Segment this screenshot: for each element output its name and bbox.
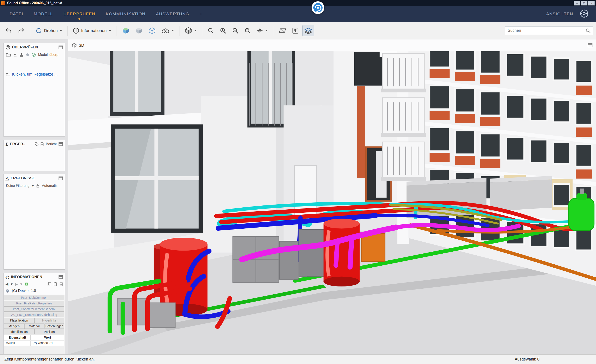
menu-ansichten[interactable]: ANSICHTEN <box>546 12 573 16</box>
gray-cube-icon <box>135 27 143 34</box>
paste-icon[interactable] <box>53 282 57 286</box>
close-button[interactable]: × <box>588 1 595 6</box>
menubar: DATEI MODELL ÜBERPRÜFEN KOMMUNIKATION AU… <box>0 6 596 22</box>
nav-back-icon[interactable]: ◀ <box>6 282 8 286</box>
find-components-button[interactable] <box>159 25 176 36</box>
report-document-icon[interactable] <box>41 142 44 146</box>
ghost-cube-button[interactable] <box>146 25 158 36</box>
panel-ergeb: Σ ERGEB.. Bericht <box>3 140 65 171</box>
import-icon[interactable] <box>13 53 17 57</box>
toolbar-separator <box>202 26 202 36</box>
property-cell[interactable]: Modell <box>4 341 31 346</box>
views-compass-icon[interactable] <box>580 9 589 19</box>
import-all-icon[interactable] <box>20 53 23 57</box>
zoom-in-button[interactable] <box>218 25 228 36</box>
value-column-header[interactable]: Wert <box>31 335 64 340</box>
layers-button[interactable] <box>302 25 314 36</box>
tab-position[interactable]: Position <box>34 329 64 335</box>
3d-viewport[interactable] <box>68 51 596 354</box>
selection-row: (C) Decke.-1.8 <box>4 287 65 295</box>
selected-component-label: (C) Decke.-1.8 <box>12 289 36 293</box>
rotate-icon <box>36 27 42 34</box>
zoom-tool-button[interactable] <box>206 25 216 36</box>
component-cube-button[interactable] <box>120 25 132 36</box>
rulesets-link-row: Klicken, um Regelsätze ... <box>4 72 65 77</box>
sidebar: ÜBERPRÜFEN Modell überp Klicken, um Rege… <box>0 39 68 354</box>
toolbar-separator <box>67 26 68 36</box>
panel-ueberpruefen: ÜBERPRÜFEN Modell überp Klicken, um Rege… <box>3 43 65 137</box>
property-column-header[interactable]: Eigenschaft <box>4 335 31 340</box>
search-input[interactable] <box>505 27 593 35</box>
tab-klassifikation[interactable]: Klassifikation <box>4 318 34 323</box>
footprint-button[interactable] <box>290 25 301 36</box>
panel-window-icon[interactable] <box>59 142 63 146</box>
tab-identifikation[interactable]: Identifikation <box>4 329 34 335</box>
solibri-logo-icon <box>312 1 324 14</box>
results-triangle-icon: △ <box>6 176 9 181</box>
check-model-icon[interactable] <box>32 53 36 57</box>
nav-forward-menu-icon[interactable]: ▾ <box>20 282 22 286</box>
menu-add-tab[interactable]: + <box>200 12 203 16</box>
bericht-label[interactable]: Bericht <box>46 142 57 146</box>
copy-icon[interactable] <box>48 282 51 286</box>
panel-window-icon[interactable] <box>588 43 593 48</box>
toolbar-separator <box>179 26 179 36</box>
zoom-in-icon <box>220 27 226 34</box>
nav-forward-icon[interactable]: ▶ <box>15 282 18 286</box>
panel-ueberpruefen-header: ÜBERPRÜFEN <box>4 43 65 51</box>
property-tabs: Pset_SlabCommon Pset_FireRatingPropertie… <box>4 295 65 354</box>
folder-icon <box>6 73 10 76</box>
open-folder-icon[interactable] <box>6 53 11 57</box>
information-tool-button[interactable]: Informationen <box>71 25 113 36</box>
tab-ac-pset-renovationandphasing[interactable]: AC_Pset_RenovationAndPhasing <box>4 312 64 317</box>
info-icon <box>73 28 79 34</box>
chevron-down-icon <box>265 30 268 31</box>
maximize-button[interactable]: □ <box>581 1 588 6</box>
filter-select[interactable]: Keine Filterung <box>6 184 30 188</box>
rotate-label: Drehen <box>44 28 58 33</box>
checking-icon <box>6 45 10 50</box>
search-icon <box>586 28 591 33</box>
view-cube-icon <box>185 27 192 34</box>
menu-ueberpruefen[interactable]: ÜBERPRÜFEN <box>63 12 95 16</box>
rotate-tool-button[interactable]: Drehen <box>34 25 64 36</box>
menu-ueberpruefen-label: ÜBERPRÜFEN <box>63 12 95 16</box>
highlight-icon[interactable] <box>24 282 29 286</box>
menu-right: ANSICHTEN <box>546 9 596 19</box>
panel-window-icon[interactable] <box>59 176 63 180</box>
minimize-button[interactable]: ─ <box>574 1 580 6</box>
model-check-label: Modell überp <box>38 53 59 57</box>
panel-window-icon[interactable] <box>59 275 63 279</box>
menu-auswertung[interactable]: AUSWERTUNG <box>156 12 189 16</box>
zoom-out-button[interactable] <box>230 25 241 36</box>
clipboard-icon[interactable] <box>59 282 63 286</box>
nav-back-menu-icon[interactable]: ▾ <box>11 282 13 286</box>
section-plane-button[interactable] <box>276 25 288 36</box>
zoom-window-button[interactable] <box>255 25 270 36</box>
panel-window-icon[interactable] <box>59 45 63 49</box>
redo-button[interactable] <box>16 25 27 36</box>
tab-pset-fireratingproperties[interactable]: Pset_FireRatingProperties <box>4 301 64 306</box>
panel-ergebnisse-header: △ ERGEBNISSE <box>4 174 65 182</box>
menu-modell[interactable]: MODELL <box>34 12 53 16</box>
undo-button[interactable] <box>3 25 14 36</box>
toolbar-separator <box>117 26 117 36</box>
rulesets-link[interactable]: Klicken, um Regelsätze ... <box>12 72 58 77</box>
menu-datei[interactable]: DATEI <box>10 12 23 16</box>
zoom-fit-button[interactable] <box>242 25 253 36</box>
tab-mengen[interactable]: Mengen <box>4 323 24 329</box>
tab-hyperlinks[interactable]: Hyperlinks <box>34 318 64 323</box>
chevron-down-icon[interactable]: ▾ <box>32 184 34 188</box>
value-cell[interactable]: (C) 200406_01... <box>31 341 64 346</box>
panel-ergeb-header: Σ ERGEB.. Bericht <box>4 140 65 148</box>
view-orientation-button[interactable] <box>183 25 199 36</box>
toolbar-separator <box>30 26 30 36</box>
statusbar: Zeigt Komponenteneigenschaften durch Kli… <box>0 354 596 364</box>
tab-beziehungen[interactable]: Beziehungen <box>45 323 64 329</box>
tab-pset-slabcommon[interactable]: Pset_SlabCommon <box>4 295 64 300</box>
tab-material[interactable]: Material <box>24 323 44 329</box>
tab-pset-concreteelementgeneral[interactable]: Pset_ConcreteElementGeneral <box>4 306 64 312</box>
component-cube-2-button[interactable] <box>133 25 145 36</box>
tag-icon[interactable] <box>35 142 39 146</box>
menu-kommunikation[interactable]: KOMMUNIKATION <box>106 12 146 16</box>
